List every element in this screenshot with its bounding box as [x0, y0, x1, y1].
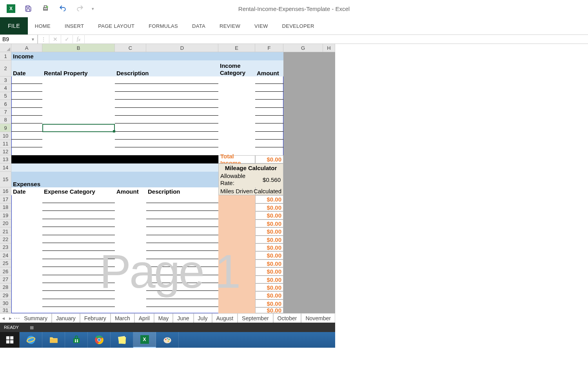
input-underline[interactable]: [42, 283, 115, 283]
input-underline[interactable]: [42, 227, 115, 227]
input-underline[interactable]: [115, 139, 218, 140]
input-underline[interactable]: [146, 267, 218, 267]
sheet-tab[interactable]: June: [173, 314, 193, 323]
taskbar-ie-icon[interactable]: [20, 332, 42, 348]
input-underline[interactable]: [146, 219, 218, 219]
name-box[interactable]: B9 ▼: [0, 34, 38, 44]
input-underline[interactable]: [42, 203, 115, 203]
input-underline[interactable]: [11, 99, 42, 100]
row-header[interactable]: 4: [0, 84, 11, 92]
sheet-nav-prev-icon[interactable]: ◄: [0, 314, 7, 323]
row-header[interactable]: 19: [0, 211, 11, 220]
row-header[interactable]: 1: [0, 52, 11, 60]
row-header[interactable]: 5: [0, 92, 11, 100]
tab-pagelayout[interactable]: PAGE LAYOUT: [91, 17, 142, 34]
sheet-tab-scroll-icon[interactable]: ⋯: [14, 314, 20, 323]
input-underline[interactable]: [11, 91, 42, 92]
sheet-tab[interactable]: November: [301, 314, 335, 323]
row-header[interactable]: 28: [0, 283, 11, 291]
row-header[interactable]: 23: [0, 243, 11, 251]
input-underline[interactable]: [255, 147, 283, 147]
worksheet-area[interactable]: ABCDEFGH 1234567891011121314151617181920…: [0, 44, 335, 313]
taskbar-explorer-icon[interactable]: [42, 332, 65, 348]
row-header[interactable]: 6: [0, 100, 11, 108]
input-underline[interactable]: [42, 307, 115, 307]
tab-home[interactable]: HOME: [28, 17, 58, 34]
input-underline[interactable]: [255, 115, 283, 116]
macro-record-icon[interactable]: ▦: [30, 325, 34, 330]
miles-input-column[interactable]: [218, 195, 255, 313]
input-underline[interactable]: [42, 299, 115, 299]
input-underline[interactable]: [115, 115, 218, 116]
column-header[interactable]: E: [218, 44, 255, 52]
row-header[interactable]: 9: [0, 124, 11, 132]
taskbar-store-icon[interactable]: [65, 332, 88, 348]
input-underline[interactable]: [146, 283, 218, 283]
input-underline[interactable]: [42, 290, 115, 291]
customize-qat-icon[interactable]: ▾: [89, 2, 97, 16]
input-underline[interactable]: [42, 259, 115, 259]
input-underline[interactable]: [115, 91, 218, 92]
sheet-tab[interactable]: July: [194, 314, 212, 323]
input-underline[interactable]: [146, 275, 218, 275]
row-header[interactable]: 3: [0, 76, 11, 84]
input-underline[interactable]: [115, 147, 218, 147]
input-underline[interactable]: [115, 131, 218, 132]
input-underline[interactable]: [146, 243, 218, 243]
column-header[interactable]: F: [255, 44, 283, 52]
row-header[interactable]: 31: [0, 307, 11, 313]
sheet-tab[interactable]: May: [154, 314, 173, 323]
input-underline[interactable]: [115, 107, 218, 108]
input-underline[interactable]: [146, 290, 218, 291]
tab-view[interactable]: VIEW: [247, 17, 275, 34]
row-header[interactable]: 22: [0, 236, 11, 243]
input-underline[interactable]: [255, 131, 283, 132]
sheet-tab[interactable]: October: [273, 314, 301, 323]
tab-insert[interactable]: INSERT: [58, 17, 91, 34]
input-underline[interactable]: [255, 99, 283, 100]
input-underline[interactable]: [146, 211, 218, 211]
row-header[interactable]: 8: [0, 116, 11, 124]
row-header[interactable]: 21: [0, 227, 11, 236]
input-underline[interactable]: [11, 107, 42, 108]
input-underline[interactable]: [42, 235, 115, 235]
formula-input[interactable]: [85, 34, 588, 44]
input-underline[interactable]: [11, 115, 42, 116]
fx-icon[interactable]: fx: [73, 34, 85, 44]
taskbar-paint-icon[interactable]: [156, 332, 179, 348]
column-header[interactable]: H: [323, 44, 335, 52]
row-header[interactable]: 12: [0, 148, 11, 155]
column-header[interactable]: G: [283, 44, 323, 52]
input-underline[interactable]: [146, 307, 218, 307]
tab-file[interactable]: FILE: [0, 17, 28, 34]
row-header[interactable]: 10: [0, 132, 11, 140]
undo-icon[interactable]: [54, 2, 71, 16]
column-header[interactable]: B: [42, 44, 115, 52]
column-header[interactable]: C: [115, 44, 146, 52]
cancel-icon[interactable]: ✕: [49, 34, 61, 44]
input-underline[interactable]: [11, 83, 42, 84]
row-header[interactable]: 24: [0, 251, 11, 260]
sheet-tab[interactable]: February: [80, 314, 111, 323]
tab-review[interactable]: REVIEW: [212, 17, 247, 34]
row-header[interactable]: 7: [0, 108, 11, 116]
redo-icon[interactable]: [71, 2, 89, 16]
input-underline[interactable]: [146, 235, 218, 235]
sheet-nav-next-icon[interactable]: ►: [7, 314, 14, 323]
row-header[interactable]: 26: [0, 267, 11, 276]
tab-formulas[interactable]: FORMULAS: [142, 17, 185, 34]
input-underline[interactable]: [146, 259, 218, 259]
input-underline[interactable]: [42, 243, 115, 243]
quickprint-icon[interactable]: [37, 2, 54, 16]
tab-developer[interactable]: DEVELOPER: [275, 17, 321, 34]
input-underline[interactable]: [42, 211, 115, 211]
column-header[interactable]: D: [146, 44, 218, 52]
row-header[interactable]: 17: [0, 195, 11, 203]
fill-handle[interactable]: [113, 130, 115, 132]
input-underline[interactable]: [42, 219, 115, 219]
input-underline[interactable]: [11, 147, 42, 147]
save-icon[interactable]: [20, 2, 37, 16]
input-underline[interactable]: [255, 139, 283, 140]
sheet-tab[interactable]: March: [111, 314, 134, 323]
start-button[interactable]: [0, 332, 20, 348]
